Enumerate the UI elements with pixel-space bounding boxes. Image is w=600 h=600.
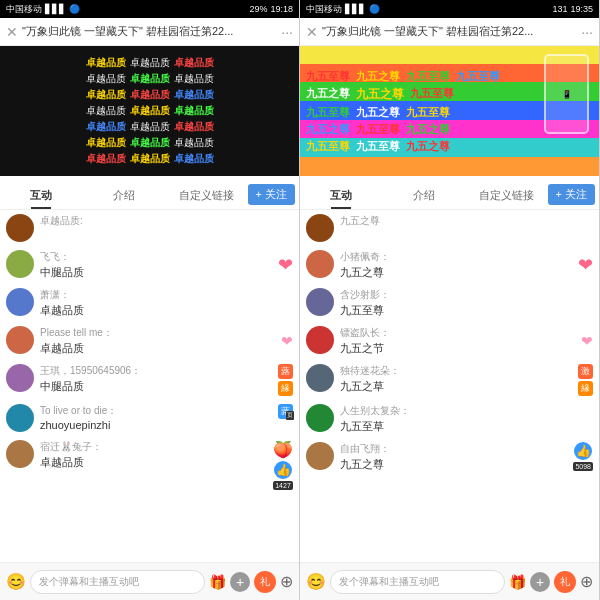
right-plus-button[interactable]: + [530,572,550,592]
right-chat-name-6: 自由飞翔： [340,442,567,456]
left-avatar-3 [6,326,34,354]
right-avatar-1 [306,250,334,278]
right-close-icon[interactable]: ✕ [306,24,318,40]
left-vt14: 卓越品质 [130,120,170,134]
right-tab-jieshao[interactable]: 介绍 [383,188,466,209]
left-vt7: 卓越品质 [86,88,126,102]
rv16: 九五之尊 [406,139,450,154]
left-gift-icon[interactable]: 🎁 [209,574,226,590]
left-vt15: 卓越品质 [174,120,214,134]
left-input-field[interactable]: 发个弹幕和主播互动吧 [30,570,205,594]
right-tab-custom[interactable]: 自定义链接 [465,188,548,209]
left-chat-content-5: To live or to die： zhuoyuepinzhi [40,404,272,431]
right-avatar-0 [306,214,334,242]
rv7: 九五至尊 [410,86,454,103]
right-chat-content-0: 九五之尊 [340,214,593,229]
left-signal-icon: ▋▋▋ [45,4,66,14]
left-badge-lu: 蕗 [278,364,293,379]
left-tab-hudong[interactable]: 互动 [0,188,83,209]
right-chat-bubble-6: 九五之尊 [340,457,567,472]
right-gift-button[interactable]: 礼 [554,571,576,593]
left-tab-jieshao[interactable]: 介绍 [83,188,166,209]
left-vt13: 卓越品质 [86,120,126,134]
right-gift-icon[interactable]: 🎁 [509,574,526,590]
left-chat-name-3: Please tell me： [40,326,275,340]
left-chat-content-6: 宿迁🐰兔子： 卓越品质 [40,440,267,470]
right-chat-1: 小猪佩奇： 九五之尊 ❤ [306,250,593,280]
left-chat-name-5: To live or to die： [40,404,272,418]
left-vt9: 卓越品质 [174,88,214,102]
right-follow-button[interactable]: + 关注 [548,184,595,205]
right-chat-bubble-4: 九五之草 [340,379,572,394]
left-vt2: 卓越品质 [130,56,170,70]
left-tab-custom[interactable]: 自定义链接 [165,188,248,209]
left-chat-bubble-3: 卓越品质 [40,341,275,356]
right-video-area: 九五至尊 九五之尊 九五至尊 九五至尊 九五之尊 九五之尊 九五至尊 九五至尊 … [300,46,599,176]
right-tab-hudong[interactable]: 互动 [300,188,383,209]
left-plus-button[interactable]: + [230,572,250,592]
right-input-field[interactable]: 发个弹幕和主播互动吧 [330,570,505,594]
phone-mockup: 📱 [544,54,589,134]
right-status-right: 131 19:35 [552,4,593,14]
right-smiley-icon[interactable]: 😊 [306,572,326,591]
left-status-bar: 中国移动 ▋▋▋ 🔵 29% 19:18 [0,0,299,18]
left-more-icon[interactable]: ··· [281,24,293,40]
rv9: 九五之尊 [356,105,400,120]
right-chat-bubble-2: 九五至尊 [340,303,593,318]
right-chat-bubble-5: 九五至草 [340,419,593,434]
left-chat-0: 卓越品质: [6,214,293,242]
right-chat-content-2: 含沙射影： 九五至尊 [340,288,593,318]
right-status-bar: 中国移动 ▋▋▋ 🔵 131 19:35 [300,0,599,18]
left-smiley-icon[interactable]: 😊 [6,572,26,591]
left-time: 19:18 [270,4,293,14]
right-chat-list: 九五之尊 小猪佩奇： 九五之尊 ❤ 含沙射影： 九五至尊 镖盗队长： 九五之节 [300,210,599,562]
right-tabs: 互动 介绍 自定义链接 + 关注 [300,176,599,210]
right-badge-ji: 激 [578,364,593,379]
left-like-icon: 👍 [274,461,292,479]
right-extra-icon[interactable]: ⊕ [580,572,593,591]
left-vt11: 卓越品质 [130,104,170,118]
left-video-row-2: 卓越品质 卓越品质 卓越品质 [86,72,214,86]
right-more-icon[interactable]: ··· [581,24,593,40]
right-avatar-6 [306,442,334,470]
right-carrier: 中国移动 [306,3,342,16]
left-chat-6: 宿迁🐰兔子： 卓越品质 🍑 👍 1427 [6,440,293,490]
left-chat-list: 卓越品质: 飞飞： 中腿品质 ❤ 萧潇： 卓越品质 Please tell me… [0,210,299,562]
left-chat-content-1: 飞飞： 中腿品质 [40,250,272,280]
right-chat-6: 自由飞翔： 九五之尊 👍 5098 [306,442,593,472]
left-video-row-5: 卓越品质 卓越品质 卓越品质 [86,120,214,134]
left-carrier: 中国移动 [6,3,42,16]
left-extra-icon[interactable]: ⊕ [280,572,293,591]
left-chat-2: 萧潇： 卓越品质 [6,288,293,318]
left-chat-bubble-1: 中腿品质 [40,265,272,280]
left-close-icon[interactable]: ✕ [6,24,18,40]
left-avatar-0 [6,214,34,242]
left-badge-live: 蕗 页 [278,404,293,419]
left-gift-button[interactable]: 礼 [254,571,276,593]
right-chat-0: 九五之尊 [306,214,593,242]
left-chat-name-2: 萧潇： [40,288,293,302]
left-vt21: 卓越品质 [174,152,214,166]
rv8: 九五至尊 [306,105,350,120]
left-vt10: 卓越品质 [86,104,126,118]
right-chat-name-1: 小猪佩奇： [340,250,572,264]
left-bottom-bar: 😊 发个弹幕和主播互动吧 🎁 + 礼 ⊕ [0,562,299,600]
left-follow-button[interactable]: + 关注 [248,184,295,205]
left-vt18: 卓越品质 [174,136,214,150]
left-title: "万象归此镜 一望藏天下" 碧桂园宿迁第22... [22,24,281,39]
right-avatar-3 [306,326,334,354]
left-chat-bubble-6: 卓越品质 [40,455,267,470]
right-bottom-bar: 😊 发个弹幕和主播互动吧 🎁 + 礼 ⊕ [300,562,599,600]
right-chat-name-3: 镖盗队长： [340,326,575,340]
left-video-row-4: 卓越品质 卓越品质 卓越品质 [86,104,214,118]
right-signal-icon: ▋▋▋ [345,4,366,14]
right-chat-bubble-1: 九五之尊 [340,265,572,280]
left-chat-name-1: 飞飞： [40,250,272,264]
left-chat-name-4: 王琪，15950645906： [40,364,272,378]
right-chat-2: 含沙射影： 九五至尊 [306,288,593,318]
left-vt16: 卓越品质 [86,136,126,150]
right-badges-6: 👍 5098 [573,442,593,471]
right-like-icon: 👍 [574,442,592,460]
rv3: 九五至尊 [406,69,450,84]
right-heart-3: ❤ [581,333,593,349]
